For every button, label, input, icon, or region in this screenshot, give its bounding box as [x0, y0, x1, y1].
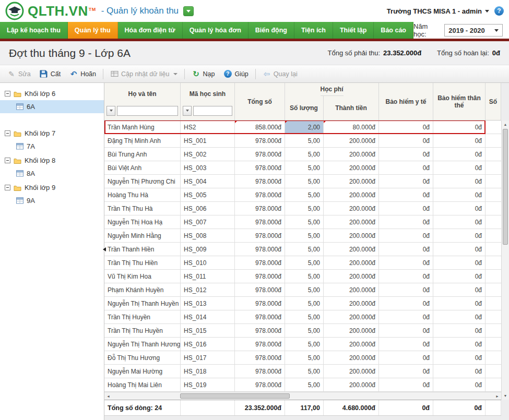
cell-overflow[interactable]	[486, 215, 501, 229]
cell-bhtt[interactable]: 0đ	[433, 188, 486, 202]
vertical-scrollbar[interactable]: ▲ ▼	[501, 121, 509, 400]
column-header-code[interactable]: Mã học sinh	[181, 83, 235, 120]
cell-amount[interactable]: 200.000đ	[324, 297, 379, 310]
table-row[interactable]: Nguyễn Minh Hằng HS_008 978.000đ 5,00 20…	[104, 229, 501, 243]
cell-bhtt[interactable]: 0đ	[433, 215, 486, 229]
cell-total[interactable]: 978.000đ	[235, 270, 285, 283]
cell-name[interactable]: Đỗ Thị Thu Hương	[104, 351, 181, 365]
cell-total[interactable]: 978.000đ	[235, 134, 285, 148]
cell-qty[interactable]: 5,00	[285, 215, 324, 229]
cell-bhyt[interactable]: 0đ	[379, 215, 433, 229]
cell-qty[interactable]: 5,00	[285, 351, 324, 365]
tree-item-khoi-lop-7[interactable]: Khối lớp 7	[0, 127, 104, 140]
cell-bhtt[interactable]: 0đ	[433, 351, 486, 365]
cell-name[interactable]: Bùi Trung Anh	[104, 148, 181, 161]
cell-bhtt[interactable]: 0đ	[433, 270, 486, 283]
code-filter-dropdown[interactable]	[183, 106, 192, 116]
update-data-button[interactable]: Cập nhật dữ liệu	[106, 68, 182, 80]
cell-bhyt[interactable]: 0đ	[379, 310, 433, 324]
cell-bhtt[interactable]: 0đ	[433, 324, 486, 338]
table-row[interactable]: Nguyễn Thị Phương Chi HS_004 978.000đ 5,…	[104, 175, 501, 188]
cell-amount[interactable]: 200.000đ	[324, 324, 379, 338]
cell-code[interactable]: HS_013	[181, 297, 235, 310]
cell-name[interactable]: Nguyễn Thị Thanh Huyền	[104, 297, 181, 310]
cell-bhtt[interactable]: 0đ	[433, 175, 486, 188]
cell-qty[interactable]: 5,00	[285, 148, 324, 161]
tree-item-khoi-lop-8[interactable]: Khối lớp 8	[0, 154, 104, 167]
nav-tab[interactable]: Hóa đơn điện tử	[118, 22, 183, 39]
cell-code[interactable]: HS_003	[181, 161, 235, 175]
nav-tab[interactable]: Biến động	[248, 22, 294, 39]
cell-name[interactable]: Trần Thị Thu Hiền	[104, 256, 181, 270]
cell-overflow[interactable]	[486, 148, 501, 161]
cell-name[interactable]: Hoàng Thu Hà	[104, 188, 181, 202]
table-row[interactable]: Trần Mạnh Hùng HS2 858.000đ 2,00 80.000đ…	[104, 121, 501, 134]
name-filter-dropdown[interactable]	[106, 106, 115, 116]
table-row[interactable]: Bùi Việt Anh HS_003 978.000đ 5,00 200.00…	[104, 161, 501, 175]
cell-total[interactable]: 978.000đ	[235, 161, 285, 175]
cell-bhyt[interactable]: 0đ	[379, 148, 433, 161]
cell-bhyt[interactable]: 0đ	[379, 283, 433, 297]
cell-overflow[interactable]	[486, 378, 501, 392]
tree-item-khoi-lop-6[interactable]: Khối lớp 6	[0, 87, 104, 100]
collapse-icon[interactable]	[5, 185, 10, 190]
nav-tab[interactable]: Quản lý hóa đơn	[183, 22, 248, 39]
cell-bhyt[interactable]: 0đ	[379, 338, 433, 351]
cell-qty[interactable]: 5,00	[285, 365, 324, 378]
cell-bhtt[interactable]: 0đ	[433, 134, 486, 148]
cell-qty[interactable]: 2,00	[285, 121, 324, 134]
cell-name[interactable]: Trần Thanh Hiền	[104, 243, 181, 256]
cell-bhtt[interactable]: 0đ	[433, 121, 486, 134]
cell-bhyt[interactable]: 0đ	[379, 351, 433, 365]
cell-code[interactable]: HS_011	[181, 270, 235, 283]
table-row[interactable]: Trần Thanh Hiền HS_009 978.000đ 5,00 200…	[104, 243, 501, 256]
table-row[interactable]: Nguyễn Thị Thanh Hương HS_016 978.000đ 5…	[104, 338, 501, 351]
tree-item-9a[interactable]: 9A	[0, 194, 104, 207]
cell-amount[interactable]: 200.000đ	[324, 148, 379, 161]
name-filter-input[interactable]	[117, 106, 178, 116]
column-header-bhtt[interactable]: Bảo hiểm thân thể	[433, 83, 486, 120]
cell-total[interactable]: 978.000đ	[235, 256, 285, 270]
cell-qty[interactable]: 5,00	[285, 175, 324, 188]
tree-item-7a[interactable]: 7A	[0, 140, 104, 153]
module-dropdown-button[interactable]	[183, 6, 194, 16]
cell-code[interactable]: HS_009	[181, 243, 235, 256]
cell-bhtt[interactable]: 0đ	[433, 229, 486, 243]
table-row[interactable]: Đỗ Thị Thu Hương HS_017 978.000đ 5,00 20…	[104, 351, 501, 365]
cell-total[interactable]: 978.000đ	[235, 310, 285, 324]
cell-overflow[interactable]	[486, 229, 501, 243]
cell-qty[interactable]: 5,00	[285, 338, 324, 351]
cell-overflow[interactable]	[486, 270, 501, 283]
cell-qty[interactable]: 5,00	[285, 297, 324, 310]
cell-overflow[interactable]	[486, 310, 501, 324]
cell-qty[interactable]: 5,00	[285, 188, 324, 202]
cell-total[interactable]: 978.000đ	[235, 283, 285, 297]
cell-code[interactable]: HS_016	[181, 338, 235, 351]
column-header-amount[interactable]: Thành tiền	[324, 96, 379, 120]
cell-bhtt[interactable]: 0đ	[433, 338, 486, 351]
cell-name[interactable]: Hoàng Thị Mai Liên	[104, 378, 181, 392]
cell-code[interactable]: HS_014	[181, 310, 235, 324]
table-row[interactable]: Nguyễn Thị Hoa Hạ HS_007 978.000đ 5,00 2…	[104, 215, 501, 229]
back-button[interactable]: ⇦ Quay lại	[258, 68, 302, 80]
cell-overflow[interactable]	[486, 297, 501, 310]
cell-bhyt[interactable]: 0đ	[379, 270, 433, 283]
cell-amount[interactable]: 200.000đ	[324, 256, 379, 270]
cell-bhyt[interactable]: 0đ	[379, 243, 433, 256]
cell-qty[interactable]: 5,00	[285, 270, 324, 283]
scroll-up-icon[interactable]: ▲	[502, 121, 509, 128]
cell-overflow[interactable]	[486, 338, 501, 351]
cell-bhyt[interactable]: 0đ	[379, 229, 433, 243]
cell-total[interactable]: 978.000đ	[235, 365, 285, 378]
cell-name[interactable]: Vũ Thị Kim Hoa	[104, 270, 181, 283]
cell-qty[interactable]: 5,00	[285, 256, 324, 270]
cell-bhtt[interactable]: 0đ	[433, 243, 486, 256]
table-row[interactable]: Trần Thị Thu Hà HS_006 978.000đ 5,00 200…	[104, 202, 501, 215]
cell-name[interactable]: Trần Thị Huyền	[104, 310, 181, 324]
column-header-overflow[interactable]: Số	[486, 83, 501, 120]
cell-code[interactable]: HS_017	[181, 351, 235, 365]
cell-amount[interactable]: 200.000đ	[324, 310, 379, 324]
cell-code[interactable]: HS_012	[181, 283, 235, 297]
cell-name[interactable]: Nguyễn Mai Hường	[104, 365, 181, 378]
tree-item-6a[interactable]: 6A	[0, 100, 104, 113]
